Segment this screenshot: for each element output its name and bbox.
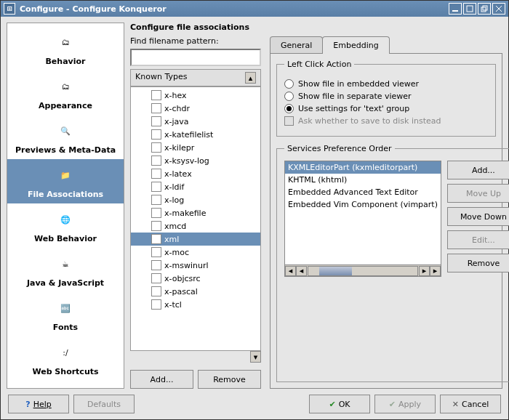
type-item-x-kilepr[interactable]: x-kilepr — [131, 141, 260, 154]
category-appearance[interactable]: 🗂Appearance — [7, 70, 124, 115]
cancel-button[interactable]: ✕ Cancel — [440, 395, 501, 413]
scroll-right-icon[interactable]: ▸ — [419, 266, 430, 276]
services-moveup-button: Move Up — [447, 184, 509, 203]
type-label: x-ldif — [164, 182, 184, 192]
services-movedown-button[interactable]: Move Down — [447, 207, 509, 226]
file-icon — [151, 299, 161, 310]
appearance-icon: 🗂 — [54, 75, 77, 98]
type-label: x-tcl — [164, 300, 182, 310]
service-item[interactable]: Embedded Vim Component (vimpart) — [285, 198, 441, 211]
type-item-x-latex[interactable]: x-latex — [131, 167, 260, 180]
type-item-x-chdr[interactable]: x-chdr — [131, 102, 260, 115]
left-click-action-group: Left Click Action Show file in embedded … — [276, 60, 496, 137]
type-item-x-tcl[interactable]: x-tcl — [131, 298, 260, 311]
ok-button[interactable]: ✔ OK — [309, 395, 370, 413]
category-java-js[interactable]: ☕Java & JavaScript — [7, 248, 124, 292]
category-behavior[interactable]: 🗂Behavior — [7, 26, 124, 70]
titlebar: ⊞ Configure - Configure Konqueror — [1, 1, 508, 17]
left-click-legend: Left Click Action — [284, 60, 354, 69]
type-label: x-kilepr — [164, 143, 194, 153]
radio-embedded[interactable]: Show file in embedded viewer — [284, 79, 488, 89]
category-fonts[interactable]: 🔤Fonts — [7, 292, 124, 336]
type-item-x-makefile[interactable]: x-makefile — [131, 206, 260, 219]
file-icon — [151, 260, 161, 270]
service-item[interactable]: KHTML (khtml) — [285, 174, 441, 186]
close-button[interactable] — [492, 3, 505, 15]
scroll-left-start-icon[interactable]: ◂ — [285, 266, 296, 276]
known-types-list[interactable]: x-hexx-chdrx-javax-katefilelistx-kileprx… — [131, 87, 260, 350]
web-behavior-icon: 🌐 — [54, 208, 77, 231]
type-label: x-mswinurl — [164, 261, 209, 270]
known-types-remove-button[interactable]: Remove — [198, 370, 261, 389]
settings-panel: Configure file associations Find filenam… — [130, 23, 502, 389]
type-label: x-moc — [164, 248, 189, 257]
category-web-shortcuts[interactable]: :/Web Shortcuts — [7, 336, 124, 381]
maximize-button[interactable] — [463, 3, 476, 15]
scroll-up-button[interactable]: ▴ — [245, 72, 256, 84]
tab-embedding[interactable]: Embedding — [322, 36, 389, 54]
type-label: xml — [164, 235, 179, 244]
type-item-x-ksysv-log[interactable]: x-ksysv-log — [131, 154, 260, 167]
type-item-x-pascal[interactable]: x-pascal — [131, 285, 260, 298]
checkbox-ask-save: Ask whether to save to disk instead — [284, 116, 488, 126]
previews-icon: 🔍 — [54, 119, 77, 142]
type-label: x-pascal — [164, 287, 198, 296]
type-item-xml[interactable]: xml — [131, 233, 260, 246]
restore-button[interactable] — [478, 3, 491, 15]
svg-rect-3 — [483, 6, 487, 10]
tabs: General Embedding — [270, 36, 502, 54]
file-icon — [151, 116, 161, 126]
category-label: Java & JavaScript — [27, 278, 104, 288]
type-label: x-latex — [164, 169, 192, 179]
check-icon: ✔ — [329, 400, 335, 409]
type-item-x-objcsrc[interactable]: x-objcsrc — [131, 272, 260, 285]
radio-separate[interactable]: Show file in separate viewer — [284, 92, 488, 101]
services-hscrollbar[interactable]: ◂ ◂ ▸ ▸ — [285, 264, 441, 276]
file-icon — [151, 169, 161, 179]
type-item-x-ldif[interactable]: x-ldif — [131, 180, 260, 193]
category-file-assoc[interactable]: 📁File Associations — [7, 159, 124, 203]
window: ⊞ Configure - Configure Konqueror 🗂Behav… — [0, 0, 509, 420]
panel-title: Configure file associations — [130, 23, 502, 32]
scroll-down-button[interactable]: ▾ — [250, 351, 261, 363]
known-types-add-button[interactable]: Add... — [130, 370, 193, 389]
services-list[interactable]: KXMLEditorPart (kxmleditorpart)KHTML (kh… — [284, 161, 441, 277]
type-item-x-java[interactable]: x-java — [131, 115, 260, 128]
category-previews[interactable]: 🔍Previews & Meta-Data — [7, 115, 124, 159]
services-edit-button: Edit... — [447, 230, 509, 249]
radio-group[interactable]: Use settings for 'text' group — [284, 104, 488, 113]
services-group: Services Preference Order KXMLEditorPart… — [276, 144, 509, 382]
scrollbar-thumb[interactable] — [319, 267, 352, 275]
type-item-x-katefilelist[interactable]: x-katefilelist — [131, 128, 260, 141]
help-button[interactable]: ? Help — [8, 395, 69, 413]
file-icon — [151, 221, 161, 231]
file-icon — [151, 90, 161, 100]
known-types-header: Known Types ▴ — [130, 69, 261, 86]
services-remove-button[interactable]: Remove — [447, 254, 509, 272]
type-label: x-chdr — [164, 104, 190, 113]
window-title: Configure - Configure Konqueror — [20, 4, 167, 14]
content: 🗂Behavior🗂Appearance🔍Previews & Meta-Dat… — [1, 17, 508, 419]
service-item[interactable]: KXMLEditorPart (kxmleditorpart) — [285, 161, 441, 174]
tab-general[interactable]: General — [270, 36, 323, 54]
type-item-xmcd[interactable]: xmcd — [131, 219, 260, 233]
find-input[interactable] — [130, 49, 261, 66]
type-item-x-hex[interactable]: x-hex — [131, 89, 260, 102]
type-item-x-moc[interactable]: x-moc — [131, 246, 260, 259]
service-item[interactable]: Embedded Advanced Text Editor — [285, 186, 441, 198]
scroll-left-icon[interactable]: ◂ — [296, 266, 307, 276]
services-add-button[interactable]: Add... — [447, 161, 509, 179]
scroll-right-end-icon[interactable]: ▸ — [430, 266, 441, 276]
type-label: x-katefilelist — [164, 130, 213, 140]
behavior-icon: 🗂 — [54, 31, 77, 54]
file-icon — [151, 195, 161, 205]
category-list[interactable]: 🗂Behavior🗂Appearance🔍Previews & Meta-Dat… — [7, 23, 124, 389]
find-label: Find filename pattern: — [130, 36, 261, 46]
app-icon: ⊞ — [4, 3, 15, 15]
type-item-x-log[interactable]: x-log — [131, 193, 260, 206]
type-label: x-java — [164, 117, 189, 126]
svg-rect-2 — [481, 7, 486, 12]
type-item-x-mswinurl[interactable]: x-mswinurl — [131, 259, 260, 272]
minimize-button[interactable] — [449, 3, 462, 15]
category-web-behavior[interactable]: 🌐Web Behavior — [7, 203, 124, 248]
